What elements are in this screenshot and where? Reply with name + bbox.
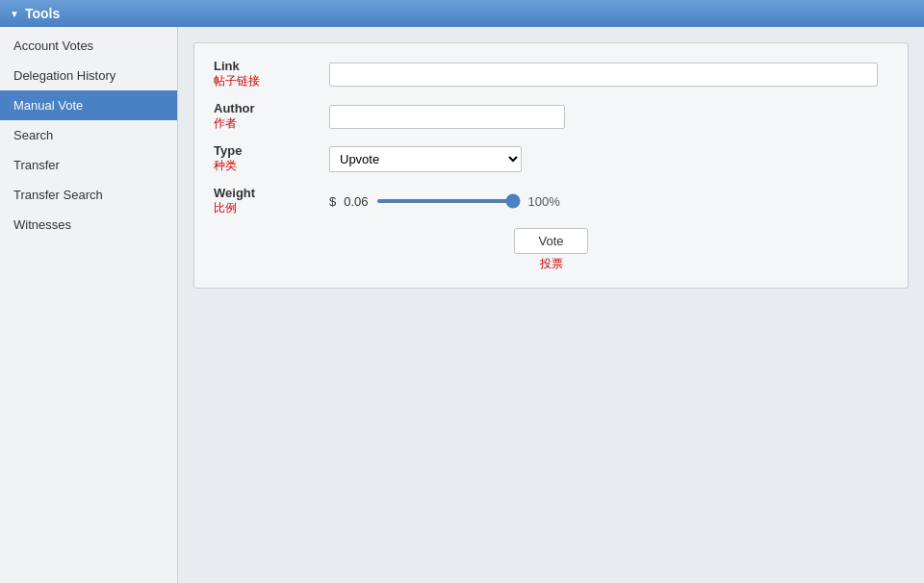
sidebar-item-search[interactable]: Search: [0, 120, 177, 150]
header-arrow-icon: ▼: [10, 9, 19, 19]
weight-row: Weight 比例 $ 0.06 100%: [214, 186, 888, 216]
link-label-group: Link 帖子链接: [214, 59, 329, 89]
type-label-en: Type: [214, 143, 242, 158]
link-row: Link 帖子链接: [214, 59, 888, 89]
link-label-cn: 帖子链接: [214, 73, 260, 89]
sidebar-item-transfer[interactable]: Transfer: [0, 150, 177, 180]
link-label-en: Link: [214, 59, 240, 73]
weight-label-en: Weight: [214, 186, 255, 200]
manual-vote-panel: Link 帖子链接 Author 作者 Type 种类: [193, 42, 909, 289]
vote-label-cn: 投票: [540, 256, 563, 272]
weight-control-group: $ 0.06 100%: [329, 194, 567, 209]
author-label-group: Author 作者: [214, 101, 329, 132]
main-container: Account VotesDelegation HistoryManual Vo…: [0, 27, 924, 583]
weight-value: 0.06: [344, 194, 368, 209]
author-input[interactable]: [329, 105, 565, 129]
type-row: Type 种类 UpvoteDownvoteUnvote: [214, 143, 888, 174]
weight-label-group: Weight 比例: [214, 186, 329, 216]
header-title: Tools: [25, 6, 60, 21]
type-label-group: Type 种类: [214, 143, 329, 174]
sidebar: Account VotesDelegation HistoryManual Vo…: [0, 27, 178, 583]
vote-button-group: Vote 投票: [214, 228, 888, 272]
author-label-en: Author: [214, 101, 255, 115]
sidebar-item-account-votes[interactable]: Account Votes: [0, 31, 177, 61]
weight-slider[interactable]: [376, 199, 521, 203]
vote-button[interactable]: Vote: [514, 228, 587, 254]
author-row: Author 作者: [214, 101, 888, 132]
sidebar-item-delegation-history[interactable]: Delegation History: [0, 61, 177, 90]
type-label-cn: 种类: [214, 158, 237, 174]
sidebar-item-witnesses[interactable]: Witnesses: [0, 210, 177, 240]
dollar-sign: $: [329, 194, 336, 209]
weight-label-cn: 比例: [214, 200, 237, 216]
sidebar-item-manual-vote[interactable]: Manual Vote: [0, 90, 177, 120]
content-area: Link 帖子链接 Author 作者 Type 种类: [178, 27, 924, 583]
app-header: ▼ Tools: [0, 0, 924, 27]
link-input[interactable]: [329, 63, 878, 87]
author-label-cn: 作者: [214, 115, 237, 132]
sidebar-item-transfer-search[interactable]: Transfer Search: [0, 180, 177, 210]
type-select[interactable]: UpvoteDownvoteUnvote: [329, 146, 522, 172]
weight-percent: 100%: [528, 194, 567, 209]
